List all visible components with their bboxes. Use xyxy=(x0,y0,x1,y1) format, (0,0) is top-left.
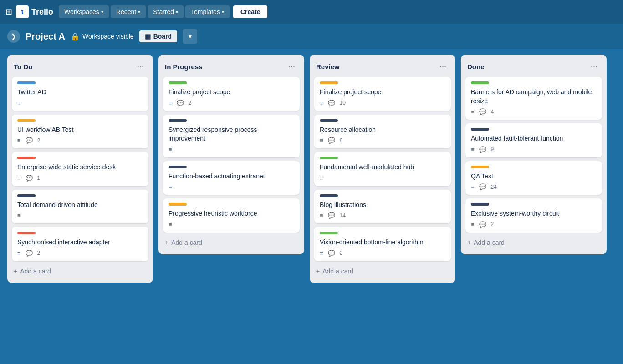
description-icon: ≡ xyxy=(169,221,172,228)
logo-text: Trello xyxy=(31,7,53,17)
column-done: Done ··· Banners for AD campaign, web an… xyxy=(461,55,607,254)
column-title: In Progress xyxy=(165,63,203,71)
card[interactable]: QA Test ≡💬 24 xyxy=(465,161,602,195)
add-card-button[interactable]: + Add a card xyxy=(162,235,301,250)
card-tag xyxy=(17,232,36,234)
card[interactable]: Finalize project scope ≡💬 2 xyxy=(163,77,300,111)
card[interactable]: Twitter AD ≡ xyxy=(12,77,148,111)
card[interactable]: Synchronised interactive adapter ≡💬 2 xyxy=(12,227,148,261)
card-tag xyxy=(320,232,338,234)
card-tag xyxy=(17,194,36,197)
cards-list: Twitter AD ≡ UI workflow AB Test ≡💬 2 En… xyxy=(11,76,149,262)
description-icon: ≡ xyxy=(17,175,21,182)
comment-icon: 💬 xyxy=(26,250,33,257)
card[interactable]: Finalize project scope ≡💬 10 xyxy=(314,77,451,111)
subheader: ❯ Project A 🔒 Workspace visible ▦ Board … xyxy=(0,24,623,49)
card-tag xyxy=(17,157,36,159)
comment-icon: 💬 xyxy=(328,250,335,257)
card-tag xyxy=(320,81,338,84)
card[interactable]: UI workflow AB Test ≡💬 2 xyxy=(12,115,148,149)
card-title: Total demand-driven attitude xyxy=(17,201,143,210)
card-meta: ≡💬 6 xyxy=(320,137,445,144)
card-tag xyxy=(471,81,489,84)
sidebar-toggle-button[interactable]: ❯ xyxy=(7,30,20,43)
board-view-button[interactable]: ▦ Board xyxy=(139,30,177,42)
column-review: Review ··· Finalize project scope ≡💬 10 … xyxy=(310,55,455,283)
create-button[interactable]: Create xyxy=(233,5,268,18)
card[interactable]: Enterprise-wide static service-desk ≡💬 1 xyxy=(12,152,148,186)
starred-button[interactable]: Starred ▾ xyxy=(148,5,184,18)
card-meta: ≡💬 1 xyxy=(17,175,143,182)
templates-button[interactable]: Templates ▾ xyxy=(185,5,230,18)
grid-icon[interactable]: ⊞ xyxy=(5,7,12,17)
comment-count: 2 xyxy=(37,250,41,256)
comment-icon: 💬 xyxy=(328,100,335,106)
expand-button[interactable]: ▾ xyxy=(183,29,197,44)
description-icon: ≡ xyxy=(320,137,323,144)
description-icon: ≡ xyxy=(17,100,21,106)
card-meta: ≡💬 2 xyxy=(471,221,597,228)
card-tag xyxy=(169,203,187,206)
card-tag xyxy=(169,119,187,122)
column-menu-button[interactable]: ··· xyxy=(134,61,147,72)
comment-icon: 💬 xyxy=(26,137,33,144)
card-meta: ≡💬 2 xyxy=(320,250,445,257)
add-card-button[interactable]: + Add a card xyxy=(465,235,603,250)
card[interactable]: Synergized responsive process improvemen… xyxy=(163,115,300,157)
card-title: UI workflow AB Test xyxy=(17,126,143,135)
card-tag xyxy=(471,203,489,206)
card[interactable]: Exclusive system-worthy circuit ≡💬 2 xyxy=(465,198,602,233)
card[interactable]: Automated fault-tolerant function ≡💬 9 xyxy=(465,123,602,157)
card[interactable]: Blog illustrations ≡💬 14 xyxy=(314,190,451,224)
description-icon: ≡ xyxy=(471,221,475,228)
column-menu-button[interactable]: ··· xyxy=(588,61,600,72)
card-tag xyxy=(320,119,338,122)
description-icon: ≡ xyxy=(17,137,21,144)
add-card-button[interactable]: + Add a card xyxy=(313,264,452,278)
column-in-progress: In Progress ··· Finalize project scope ≡… xyxy=(158,55,304,254)
workspaces-button[interactable]: Workspaces ▾ xyxy=(59,5,109,18)
card[interactable]: Resource allocation ≡💬 6 xyxy=(314,115,451,149)
cards-list: Banners for AD campaign, web and mobile … xyxy=(465,76,603,233)
card-title: Progressive heuristic workforce xyxy=(169,209,294,218)
column-title: To Do xyxy=(14,63,32,71)
description-icon: ≡ xyxy=(471,146,475,153)
card-tag xyxy=(17,81,36,84)
comment-icon: 💬 xyxy=(328,212,335,219)
card-meta: ≡💬 14 xyxy=(320,212,445,219)
description-icon: ≡ xyxy=(169,146,172,153)
comment-icon: 💬 xyxy=(479,221,486,228)
card[interactable]: Total demand-driven attitude ≡ xyxy=(12,190,148,224)
card-tag xyxy=(169,166,187,168)
card-tag xyxy=(320,157,338,159)
workspace-visible-label: 🔒 Workspace visible xyxy=(71,32,134,41)
card[interactable]: Function-based actuating extranet ≡ xyxy=(163,161,300,195)
add-card-button[interactable]: + Add a card xyxy=(11,264,149,278)
card-meta: ≡💬 4 xyxy=(471,108,597,115)
column-menu-button[interactable]: ··· xyxy=(437,61,449,72)
card[interactable]: Progressive heuristic workforce ≡ xyxy=(163,198,300,233)
card-meta: ≡ xyxy=(320,175,445,182)
card-meta: ≡💬 9 xyxy=(471,146,597,153)
card[interactable]: Fundamental well-modulated hub ≡ xyxy=(314,152,451,186)
comment-icon: 💬 xyxy=(479,183,486,190)
description-icon: ≡ xyxy=(17,212,21,219)
comment-count: 24 xyxy=(491,184,497,190)
card-title: Synergized responsive process improvemen… xyxy=(169,126,294,143)
column-menu-button[interactable]: ··· xyxy=(286,61,298,72)
card-tag xyxy=(17,119,36,122)
card-title: Vision-oriented bottom-line algorithm xyxy=(320,238,445,247)
card-title: Automated fault-tolerant function xyxy=(471,134,597,143)
board-icon: ▦ xyxy=(145,33,151,40)
card[interactable]: Vision-oriented bottom-line algorithm ≡💬… xyxy=(314,227,451,261)
comment-icon: 💬 xyxy=(479,108,486,115)
description-icon: ≡ xyxy=(169,183,172,190)
comment-count: 2 xyxy=(37,137,41,144)
recent-button[interactable]: Recent ▾ xyxy=(111,5,146,18)
column-title: Review xyxy=(316,63,340,71)
card-tag xyxy=(169,81,187,84)
comment-count: 14 xyxy=(340,212,346,219)
workspace-icon: 🔒 xyxy=(71,32,80,41)
trello-logo[interactable]: t Trello xyxy=(16,5,53,18)
card[interactable]: Banners for AD campaign, web and mobile … xyxy=(465,77,602,120)
